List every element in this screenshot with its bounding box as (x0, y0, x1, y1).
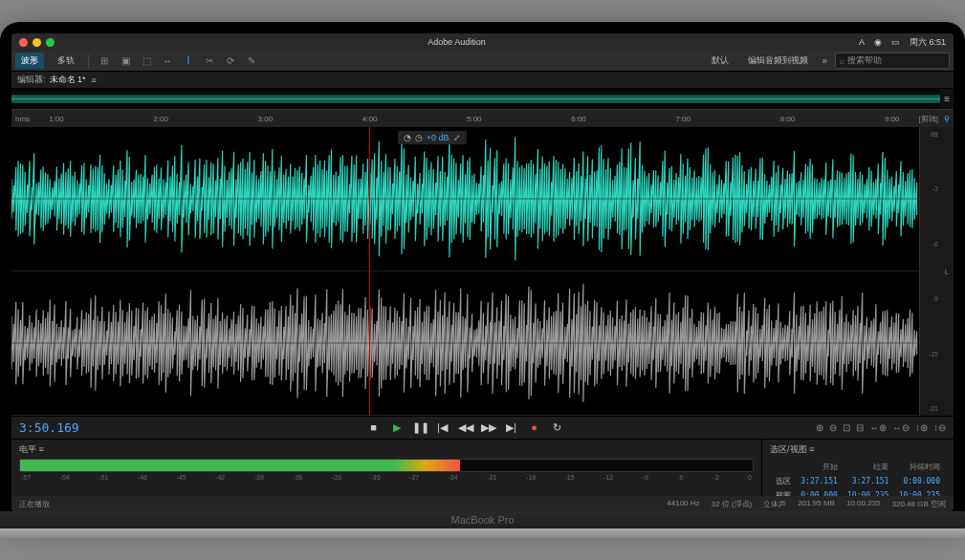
hud-pan-icon: ◔ (404, 133, 411, 142)
editor-header: 编辑器: 未命名 1* ≡ (11, 72, 954, 89)
zoom-full-icon[interactable]: ⊡ (843, 422, 850, 433)
col-end: 结束 (844, 461, 893, 473)
close-window-button[interactable] (19, 38, 28, 47)
time-unit: hms (15, 115, 30, 123)
sel-row-label: 选区 (772, 475, 795, 487)
time-mark: 4:00 (362, 115, 378, 123)
left-channel-track[interactable] (11, 127, 919, 271)
timeline-end-label: [剪辑] (919, 114, 938, 124)
zoom-out-icon[interactable]: ⊖ (829, 422, 837, 433)
multitrack-tab[interactable]: 多轨 (52, 53, 80, 69)
stop-button[interactable]: ■ (366, 421, 382, 434)
pin-icon[interactable]: ⚲ (944, 115, 950, 123)
time-mark: 6:00 (571, 115, 586, 123)
status-duration: 10:00.235 (846, 499, 881, 509)
skip-back-button[interactable]: |◀ (435, 421, 450, 434)
selection-title: 选区/视图 (770, 444, 807, 454)
zoom-out-time-icon[interactable]: ↔⊖ (892, 422, 910, 433)
workspace-default[interactable]: 默认 (706, 53, 735, 69)
loop-button[interactable]: ↻ (550, 421, 565, 434)
time-mark: 8:00 (780, 115, 796, 123)
editor-label: 编辑器: (17, 74, 46, 86)
macos-menubar: Adobe Audition A ◉ ▭ 周六 6:51 (11, 33, 954, 51)
sel-end[interactable]: 3:27.151 (844, 475, 893, 487)
status-bar: 正在播放 44100 Hz 32 位 (浮点) 立体声 201.95 MB 10… (11, 496, 954, 511)
time-mark: 3:00 (258, 115, 274, 123)
levels-title: 电平 (19, 444, 36, 454)
laptop-base: MacBook Pro (0, 511, 965, 538)
clock[interactable]: 周六 6:51 (910, 36, 946, 49)
adobe-icon[interactable]: A (859, 37, 865, 47)
playhead[interactable] (369, 127, 370, 416)
editor-filename[interactable]: 未命名 1* (50, 74, 86, 86)
level-meter[interactable] (19, 459, 754, 472)
skip-forward-button[interactable]: ▶| (504, 421, 519, 434)
main-toolbar: 波形 多轨 ⊞ ▣ ⬚ ↔ I ✂ ⟳ ✎ 默认 编辑音频到视频 » ⌕ 搜索帮… (11, 51, 954, 72)
razor-tool-icon[interactable]: ✂ (202, 54, 217, 68)
play-button[interactable]: ▶ (389, 421, 405, 434)
sel-duration[interactable]: 0:00.000 (894, 475, 944, 487)
levels-panel: 电平 ≡ -57-54-51-48-45-42-39-36-33-30-27-2… (11, 440, 762, 496)
zoom-in-time-icon[interactable]: ↔⊕ (869, 422, 887, 433)
svg-rect-2 (11, 95, 940, 102)
slip-tool-icon[interactable]: ⟳ (223, 54, 238, 68)
status-file-size: 201.95 MB (798, 499, 835, 509)
overview-waveform[interactable]: ≡ (11, 89, 954, 110)
workspace-more-icon[interactable]: » (822, 55, 827, 66)
pause-button[interactable]: ❚❚ (412, 421, 428, 434)
time-mark: 9:00 (885, 115, 900, 123)
transport-bar: 3:50.169 ■ ▶ ❚❚ |◀ ◀◀ ▶▶ ▶| ● ↻ ⊕ ⊖ ⊡ ⊟ … (11, 416, 954, 439)
brush-tool-icon[interactable]: ✎ (244, 54, 259, 68)
status-bit-depth: 32 位 (浮点) (712, 499, 753, 509)
zoom-in-icon[interactable]: ⊕ (816, 422, 823, 433)
status-channels: 立体声 (763, 499, 786, 509)
time-select-icon[interactable]: I (181, 54, 196, 68)
status-sample-rate: 44100 Hz (667, 499, 699, 509)
status-playing: 正在播放 (19, 499, 50, 509)
hud-overlay[interactable]: ◔ ◷ +0 dB ⤢ (398, 131, 467, 144)
col-duration: 持续时间 (894, 461, 944, 473)
zoom-in-ampl-icon[interactable]: ↕⊕ (915, 422, 928, 433)
help-search[interactable]: ⌕ 搜索帮助 (835, 53, 950, 69)
selection-panel: 选区/视图 ≡ 开始结束持续时间 选区3:27.1513:27.1510:00.… (762, 440, 954, 496)
timecode-display[interactable]: 3:50.169 (19, 420, 115, 435)
time-mark: 5:00 (467, 115, 482, 123)
time-mark: 1:00 (49, 115, 64, 123)
search-icon: ⌕ (840, 56, 844, 66)
waveform-display[interactable]: ◔ ◷ +0 dB ⤢ dB-3-6-9-15-21 L (11, 127, 954, 416)
channel-label-left: L (940, 127, 954, 416)
record-button[interactable]: ● (527, 421, 542, 434)
move-tool-icon[interactable]: ↔ (160, 54, 175, 68)
status-disk: 320.48 GB 空闲 (892, 499, 946, 509)
lasso-tool-icon[interactable]: ⬚ (139, 54, 154, 68)
time-mark: 2:00 (153, 115, 168, 123)
hand-tool-icon[interactable]: ⊞ (97, 54, 112, 68)
minimize-window-button[interactable] (33, 38, 41, 47)
forward-button[interactable]: ▶▶ (481, 421, 496, 434)
editor-main: ≡ hms 1:002:003:004:005:006:007:008:009:… (11, 89, 954, 416)
rewind-button[interactable]: ◀◀ (458, 421, 473, 434)
overview-options-icon[interactable]: ≡ (940, 94, 954, 104)
panel-menu-icon[interactable]: ≡ (92, 75, 97, 85)
workspace-audio-video[interactable]: 编辑音频到视频 (742, 53, 814, 69)
right-channel-track[interactable] (11, 271, 919, 416)
marquee-tool-icon[interactable]: ▣ (118, 54, 133, 68)
zoom-out-ampl-icon[interactable]: ↕⊖ (933, 422, 946, 433)
timeline-ruler[interactable]: hms 1:002:003:004:005:006:007:008:009:00… (11, 110, 954, 127)
wifi-icon[interactable]: ◉ (874, 37, 882, 47)
zoom-selection-icon[interactable]: ⊟ (856, 422, 864, 433)
hud-expand-icon[interactable]: ⤢ (453, 133, 461, 142)
hud-clock-icon: ◷ (415, 133, 423, 142)
col-start: 开始 (797, 461, 842, 473)
hud-gain-value[interactable]: +0 dB (427, 133, 450, 142)
selection-menu-icon[interactable]: ≡ (809, 444, 814, 454)
time-mark: 7:00 (675, 115, 691, 123)
app-title: Adobe Audition (55, 37, 859, 47)
battery-icon[interactable]: ▭ (891, 37, 900, 47)
db-scale-left: dB-3-6-9-15-21 (919, 127, 940, 416)
maximize-window-button[interactable] (46, 38, 55, 47)
sel-start[interactable]: 3:27.151 (797, 475, 842, 487)
waveform-tab[interactable]: 波形 (15, 53, 44, 69)
levels-menu-icon[interactable]: ≡ (39, 444, 44, 454)
